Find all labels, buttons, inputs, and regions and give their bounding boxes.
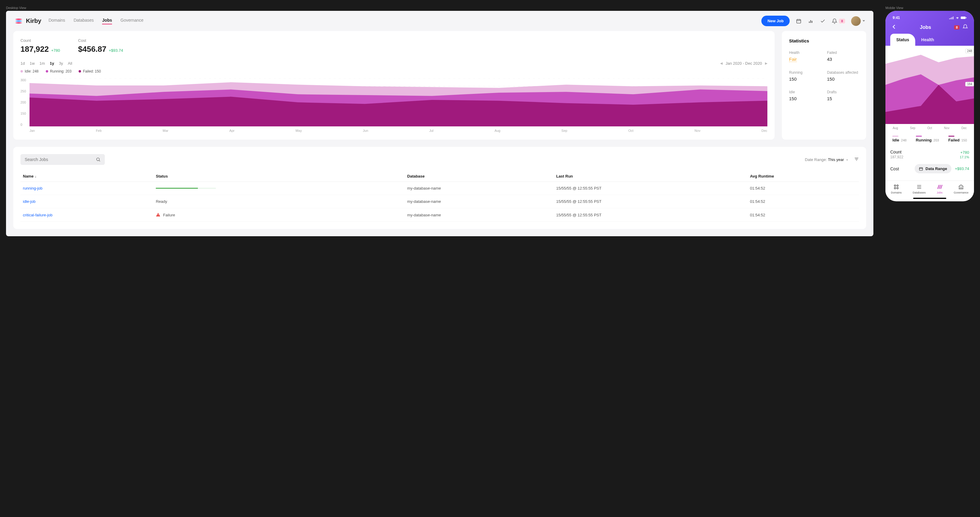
svg-point-27 <box>897 185 898 186</box>
col-status[interactable]: Status <box>153 171 405 182</box>
svg-rect-18 <box>949 18 950 19</box>
svg-rect-4 <box>809 21 810 23</box>
count-delta: +780 <box>51 48 60 53</box>
nav-governance[interactable]: Governance <box>121 18 143 24</box>
legend-item: Failed150 <box>948 136 967 142</box>
metric-cost: Cost $456.87 +$93.74 <box>78 38 123 54</box>
job-link[interactable]: idle-job <box>23 199 35 204</box>
nav-domains[interactable]: Domains <box>48 18 65 24</box>
svg-rect-21 <box>953 17 953 19</box>
topbar: Kirby Domains Databases Jobs Governance … <box>6 11 873 31</box>
chart-max-label: 248 <box>965 49 974 53</box>
svg-line-33 <box>937 185 939 189</box>
wifi-icon <box>955 16 959 19</box>
mobile-area-chart: 248 184 <box>885 46 974 124</box>
range-3y[interactable]: 3y <box>59 61 63 66</box>
page-title: Jobs <box>920 25 931 30</box>
svg-rect-24 <box>920 167 923 170</box>
avatar <box>851 16 861 26</box>
svg-rect-20 <box>952 17 952 19</box>
calendar-icon[interactable] <box>796 18 802 24</box>
notif-badge: 8 <box>839 19 845 24</box>
notifications-button[interactable]: 8 <box>832 18 845 24</box>
jobs-table-card: Date Range: This year ▾ Name↓StatusDatab… <box>13 147 866 229</box>
status-cell: Failure <box>153 208 405 222</box>
status-cell: Ready <box>153 195 405 208</box>
range-1w[interactable]: 1w <box>30 61 35 66</box>
desktop-frame: Kirby Domains Databases Jobs Governance … <box>6 11 873 236</box>
signal-icon <box>949 16 954 19</box>
range-1m[interactable]: 1m <box>40 61 45 66</box>
table-row: idle-job Ready my-database-name15/55/55 … <box>21 195 859 208</box>
filter-icon[interactable] <box>854 157 859 162</box>
alert-icon <box>156 213 161 217</box>
col-avg-runtime[interactable]: Avg Runtime <box>748 171 859 182</box>
search-input[interactable] <box>25 157 96 162</box>
chart-card: Count 187,922 +780 Cost $456.87 +$93.74 <box>13 31 775 140</box>
bell-icon[interactable] <box>963 24 968 31</box>
table-row: critical-failure-job Failure my-database… <box>21 208 859 222</box>
new-job-button[interactable]: New Job <box>761 16 789 26</box>
mobile-view-label: Mobile View <box>885 6 974 10</box>
date-prev-button[interactable]: ◀ <box>720 61 722 65</box>
range-all[interactable]: All <box>68 61 72 66</box>
back-button[interactable] <box>891 24 897 31</box>
svg-line-35 <box>940 185 942 189</box>
date-range-filter[interactable]: Date Range: This year ▾ <box>805 157 848 162</box>
nav-databases[interactable]: Databases <box>73 18 94 24</box>
stat-item: Running150 <box>789 70 821 82</box>
svg-rect-6 <box>811 21 812 23</box>
svg-rect-5 <box>810 20 811 23</box>
svg-point-11 <box>97 158 99 161</box>
calendar-icon <box>919 167 923 171</box>
tabbar-domains[interactable]: Domains <box>891 184 902 194</box>
user-menu[interactable] <box>851 16 865 26</box>
status-bar: 9:41 <box>890 14 969 21</box>
chart-mid-label: 184 <box>965 82 974 86</box>
stat-item: HealthFair <box>789 51 821 62</box>
tabbar-governance[interactable]: Governance <box>954 184 969 194</box>
range-tabs: 1d 1w 1m 1y 3y All <box>21 61 72 66</box>
mobile-metric-count: Count 187,922 +780 17.1% <box>890 147 969 162</box>
col-last-run[interactable]: Last Run <box>554 171 748 182</box>
range-1y[interactable]: 1y <box>50 61 54 66</box>
checkmark-icon[interactable] <box>820 18 826 24</box>
range-1d[interactable]: 1d <box>21 61 25 66</box>
svg-point-26 <box>894 185 896 186</box>
tab-status[interactable]: Status <box>890 34 915 46</box>
chevron-down-icon <box>862 20 865 22</box>
svg-rect-23 <box>966 17 966 18</box>
col-database[interactable]: Database <box>405 171 554 182</box>
legend-item: Running203 <box>916 136 939 142</box>
col-name[interactable]: Name↓ <box>21 171 153 182</box>
data-range-button[interactable]: Data Range <box>915 164 951 173</box>
svg-point-29 <box>897 187 898 189</box>
chart-icon[interactable] <box>808 18 814 24</box>
tabbar-databases[interactable]: Databases <box>913 184 926 194</box>
job-link[interactable]: critical-failure-job <box>23 213 52 217</box>
date-range-label: Jan 2020 - Dec 2020 <box>725 61 762 66</box>
job-link[interactable]: running-job <box>23 186 43 190</box>
date-next-button[interactable]: ▶ <box>765 61 767 65</box>
logo[interactable]: Kirby <box>14 17 41 24</box>
svg-rect-0 <box>797 19 801 23</box>
main-nav: Domains Databases Jobs Governance <box>48 18 143 24</box>
stat-item: Idle150 <box>789 90 821 101</box>
stats-title: Statistics <box>789 38 859 43</box>
home-indicator <box>913 198 946 199</box>
svg-rect-22 <box>961 17 966 19</box>
svg-line-12 <box>99 160 100 161</box>
search-box[interactable] <box>21 154 105 165</box>
search-icon <box>96 157 100 162</box>
svg-point-28 <box>894 187 896 189</box>
status-cell <box>153 182 405 195</box>
nav-jobs[interactable]: Jobs <box>102 18 112 24</box>
desktop-view-label: Desktop View <box>6 6 873 10</box>
tab-health[interactable]: Health <box>915 34 940 46</box>
battery-icon <box>961 16 967 19</box>
tabbar-jobs[interactable]: Jobs <box>937 184 943 194</box>
table-row: running-job my-database-name15/55/55 @ 1… <box>21 182 859 195</box>
logo-text: Kirby <box>26 17 41 24</box>
bell-icon <box>832 18 837 24</box>
mobile-tabbar: Domains Databases Jobs Governance <box>885 181 974 197</box>
